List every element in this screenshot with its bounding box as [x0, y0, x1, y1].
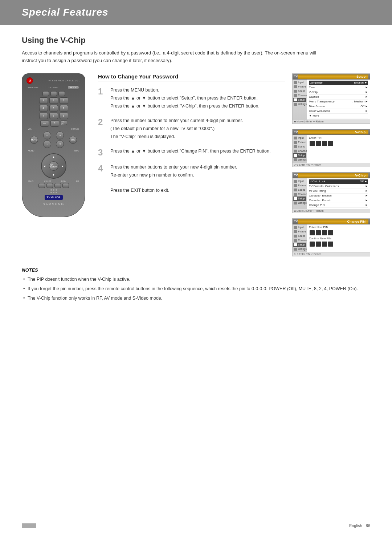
- pin-sq3: [322, 141, 327, 146]
- input-icon: [294, 81, 297, 84]
- pin-new-sq2: [316, 230, 321, 235]
- btn-0[interactable]: 0: [50, 120, 59, 127]
- screen-4-footer: 0~9 Enter PIN ↩ Return: [293, 252, 370, 256]
- btn-2[interactable]: 2: [49, 97, 58, 104]
- pin-new-sq3: [322, 230, 327, 235]
- mute-button[interactable]: MUTE: [30, 136, 38, 144]
- step-1-text: Press the MENU button. Press the ▲ or ▼ …: [110, 86, 285, 110]
- nav-down[interactable]: ▼: [52, 173, 55, 177]
- s3-vchiplock: V-Chip Lock : Off ►: [309, 179, 368, 184]
- btn-favch[interactable]: [38, 183, 45, 188]
- sidebar-picture: Picture: [293, 85, 306, 89]
- pip-label: PIP: [76, 180, 79, 182]
- s3-setup-icon: [294, 197, 297, 200]
- btn-dash[interactable]: —: [40, 120, 49, 127]
- btn-6[interactable]: 6: [60, 105, 68, 112]
- note-2: If you forget the pin number, press the …: [22, 285, 370, 292]
- mode-button[interactable]: MODE: [68, 85, 79, 90]
- btn-empty3[interactable]: [58, 91, 65, 96]
- screen-4-content: Enter New PIN Confirm New PIN: [307, 224, 370, 252]
- s2-listings-icon: [294, 158, 297, 161]
- s4-setup: Setup: [293, 243, 306, 247]
- menu-bluescreen: Blue Screen : Off ►: [309, 104, 368, 109]
- screen-4: TV Change PIN Input Picture: [292, 218, 370, 256]
- step-3-text: Press the ▲ or ▼ button to select "Chang…: [110, 147, 285, 155]
- dot3: [56, 189, 57, 191]
- screen-2-tv-label: TV: [294, 130, 298, 134]
- dnet-label: D-Net: [61, 180, 66, 182]
- btn-8[interactable]: 8: [49, 113, 58, 119]
- s3-channel-icon: [294, 193, 297, 196]
- menu-language: Language : English ►: [309, 81, 368, 85]
- sidebar-input: Input: [293, 80, 306, 85]
- screen-1-sidebar: Input Picture Sound Channel: [293, 80, 307, 119]
- menu-colorweakness: Color Weakness ►: [309, 109, 368, 114]
- notes-list: The PIP doesn't function when the V-Chip…: [22, 276, 370, 302]
- source-button[interactable]: SRC: [69, 136, 77, 144]
- pin-sq4: [328, 141, 333, 146]
- footer-bar: [22, 523, 36, 528]
- btn-5[interactable]: 5: [49, 105, 58, 112]
- screen-4-footer-text: 0~9 Enter PIN ↩ Return: [294, 253, 321, 256]
- s3-picture: Picture: [293, 183, 306, 188]
- setup-icon: [294, 98, 297, 101]
- s4-input-icon: [294, 226, 297, 229]
- section-title: Using the V-Chip: [22, 36, 370, 45]
- remote-control: ⏻ TV STB VCR CABLE DVD ANTENNA TV Guide …: [22, 73, 85, 217]
- s2-listings: Listings: [293, 158, 306, 162]
- screen-3-footer: ◆ Move ⊡ Enter ↩ Return: [293, 209, 370, 213]
- btn-3[interactable]: 3: [60, 97, 68, 104]
- pin-squares-new: [310, 230, 367, 235]
- ch-up[interactable]: ∧: [56, 131, 64, 139]
- page-footer: English - 86: [22, 523, 370, 528]
- s4-channel-icon: [294, 239, 297, 242]
- s2-setup: Setup: [293, 153, 306, 158]
- dots-row1: [26, 189, 81, 191]
- step-4-number: 4: [98, 164, 105, 173]
- btn-prech[interactable]: PRE-CH: [61, 120, 67, 125]
- power-button[interactable]: ⏻: [26, 77, 33, 84]
- s3-tvparental: TV Parental Guidelines ►: [309, 184, 368, 189]
- btn-dnet[interactable]: [54, 183, 61, 188]
- step-1-number: 1: [98, 87, 105, 96]
- btn-empty1[interactable]: [42, 91, 49, 96]
- vol-down[interactable]: -: [43, 140, 51, 148]
- screen-1-title: Setup: [298, 74, 368, 79]
- pin-sq2: [316, 141, 321, 146]
- dot4: [50, 192, 52, 193]
- notes-title: NOTES: [22, 267, 370, 273]
- btn-pip[interactable]: [62, 183, 69, 188]
- s2-channel: Channel: [293, 149, 306, 153]
- btn-4[interactable]: 4: [39, 105, 48, 112]
- btn-chlist[interactable]: [46, 183, 53, 188]
- enter-button[interactable]: CPENTER: [49, 161, 58, 171]
- btn-1[interactable]: 1: [39, 97, 48, 104]
- screen-4-header: TV Change PIN: [293, 219, 370, 224]
- vol-up[interactable]: +: [43, 131, 51, 139]
- instructions-area: How to Change Your Password 1 Press the …: [98, 73, 285, 201]
- top-btn-row: [26, 91, 81, 96]
- screen-2-header: TV V-Chip: [293, 129, 370, 135]
- btn-empty2[interactable]: [50, 91, 57, 96]
- screen-1: TV Setup Input Picture: [292, 73, 370, 124]
- pin-conf-sq1: [310, 242, 315, 247]
- btn-7[interactable]: 7: [39, 113, 48, 119]
- dot1: [50, 189, 52, 191]
- chlist-label: CH.LIST: [44, 180, 51, 182]
- nav-up[interactable]: ▲: [52, 155, 55, 159]
- btn-9[interactable]: 9: [60, 113, 68, 119]
- pin-new-sq1: [310, 230, 315, 235]
- menu-transparency: Menu Transparency : Medium ►: [309, 100, 368, 104]
- menu-more: ▼ More: [309, 114, 368, 118]
- sidebar-listings: Listings: [293, 102, 306, 106]
- step-2-number: 2: [98, 118, 105, 126]
- screen-1-footer: ◆ Move ⊡ Enter ↩ Return: [293, 119, 370, 123]
- menu-caption: Caption ►: [309, 95, 368, 100]
- remote-top: ⏻ TV STB VCR CABLE DVD: [26, 77, 81, 84]
- s4-sound: Sound: [293, 234, 306, 238]
- nav-left[interactable]: ◄: [43, 164, 46, 167]
- ch-down[interactable]: ∨: [56, 140, 64, 148]
- nav-right[interactable]: ►: [61, 164, 64, 167]
- screen-2-footer-text: 0~9 Enter PIN ↩ Return: [294, 163, 321, 166]
- s2-setup-icon: [294, 154, 297, 157]
